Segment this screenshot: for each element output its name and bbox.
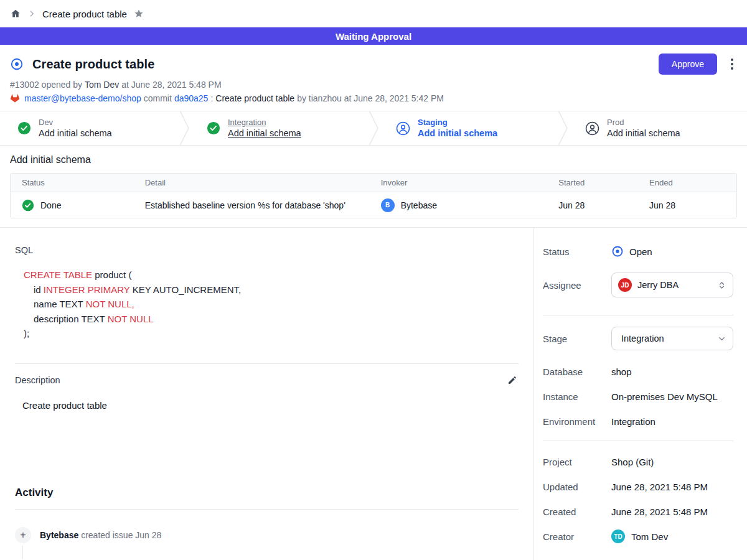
status-label: Status <box>543 246 611 257</box>
assignee-row: Assignee JD Jerry DBA <box>543 273 733 297</box>
stage-env-label: Prod <box>607 118 680 128</box>
description-text: Create product table <box>15 400 519 411</box>
stage-row: Stage Integration <box>543 327 733 350</box>
created-label: Created <box>543 506 611 517</box>
task-status: Done <box>40 200 61 210</box>
creator-label: Creator <box>543 531 611 542</box>
stage-task-label: Add initial schema <box>418 128 497 139</box>
main-content: SQL CREATE TABLE product ( id INTEGER PR… <box>0 228 747 560</box>
project-value: Shop (Git) <box>611 457 654 467</box>
commit-line: master@bytebase-demo/shop commit da90a25… <box>10 93 737 103</box>
col-status: Status <box>11 178 145 187</box>
task-table-header: Status Detail Invoker Started Ended <box>11 174 736 192</box>
issue-date: at June 28, 2021 5:48 PM <box>121 80 221 90</box>
check-circle-icon <box>17 121 31 135</box>
stage-task-label: Add initial schema <box>39 128 112 139</box>
stage-value: Integration <box>618 334 664 343</box>
stage-staging[interactable]: StagingAdd initial schema <box>378 111 558 145</box>
stage-dev[interactable]: DevAdd initial schema <box>0 111 179 145</box>
database-value: shop <box>611 366 632 377</box>
commit-title: Create product table <box>215 93 294 103</box>
stage-env-label: Dev <box>39 118 112 128</box>
col-detail: Detail <box>145 178 381 187</box>
environment-value: Integration <box>611 416 655 427</box>
breadcrumb-title: Create product table <box>42 9 127 19</box>
environment-label: Environment <box>543 416 611 427</box>
assignee-label: Assignee <box>543 280 611 291</box>
home-icon[interactable] <box>10 8 21 19</box>
status-value: Open <box>629 246 652 257</box>
instance-label: Instance <box>543 391 611 402</box>
stage-select[interactable]: Integration <box>611 327 733 350</box>
branch-link[interactable]: master@bytebase-demo/shop <box>24 93 141 103</box>
database-label: Database <box>543 366 611 377</box>
chevron-right-icon <box>27 9 36 18</box>
breadcrumb: Create product table <box>0 0 747 27</box>
divider <box>15 363 519 364</box>
chevron-up-down-icon <box>717 281 726 290</box>
stage-env-label: Integration <box>228 118 301 128</box>
stage-task-label: Add initial schema <box>228 128 301 139</box>
sql-line: CREATE TABLE product ( <box>24 268 519 282</box>
issue-detail-column: SQL CREATE TABLE product ( id INTEGER PR… <box>0 228 534 560</box>
instance-row: Instance On-premises Dev MySQL <box>543 391 733 402</box>
issue-meta: #13002 opened by Tom Dev at June 28, 202… <box>10 80 737 90</box>
avatar: JD <box>618 278 632 292</box>
description-label: Description <box>15 375 60 385</box>
sql-line: ); <box>24 326 519 341</box>
instance-value: On-premises Dev MySQL <box>611 391 718 402</box>
gitlab-icon <box>10 93 20 103</box>
divider <box>15 509 519 510</box>
pending-user-icon <box>396 121 410 136</box>
bytebase-issue-page: Create product table Waiting Approval Cr… <box>0 0 747 560</box>
issue-sidebar: Status Open Assignee JD Jerry DBA <box>534 228 747 560</box>
updated-label: Updated <box>543 482 611 492</box>
stage-label: Stage <box>543 334 611 344</box>
edit-pencil-icon[interactable] <box>506 374 519 386</box>
divider <box>543 441 733 441</box>
issue-author: Tom Dev <box>85 80 119 90</box>
commit-sha-link[interactable]: da90a25 <box>174 93 209 103</box>
assignee-select[interactable]: JD Jerry DBA <box>611 273 733 297</box>
task-ended: Jun 28 <box>649 200 736 210</box>
updated-row: Updated June 28, 2021 5:48 PM <box>543 482 733 492</box>
updated-value: June 28, 2021 5:48 PM <box>611 482 708 492</box>
star-icon[interactable] <box>133 8 144 19</box>
issue-header: Create product table Approve #13002 open… <box>0 45 747 111</box>
stage-env-label: Staging <box>418 118 497 128</box>
status-row: Status Open <box>543 245 733 258</box>
environment-row: Environment Integration <box>543 416 733 427</box>
commit-tail: by tianzhou at June 28, 2021 5:42 PM <box>297 93 444 103</box>
status-banner: Waiting Approval <box>0 27 747 45</box>
sql-code-block: CREATE TABLE product ( id INTEGER PRIMAR… <box>15 268 519 341</box>
sql-line: id INTEGER PRIMARY KEY AUTO_INCREMENT, <box>24 282 519 297</box>
assignee-value: Jerry DBA <box>637 280 679 290</box>
stage-pipeline: DevAdd initial schema IntegrationAdd ini… <box>0 111 747 146</box>
sql-label: SQL <box>15 245 519 255</box>
stage-task-label: Add initial schema <box>607 128 680 139</box>
plus-icon: + <box>15 527 31 543</box>
created-row: Created June 28, 2021 5:48 PM <box>543 506 733 517</box>
task-invoker: Bytebase <box>401 200 437 210</box>
project-label: Project <box>543 457 611 467</box>
activity-action: created issue Jun 28 <box>81 530 161 540</box>
table-row: Done Established baseline version %s for… <box>11 192 736 218</box>
issue-open-icon <box>10 57 24 71</box>
issue-open-icon <box>611 245 624 258</box>
stage-separator-icon <box>558 111 568 145</box>
kebab-menu-icon[interactable] <box>727 56 737 72</box>
approve-button[interactable]: Approve <box>659 54 717 75</box>
col-started: Started <box>558 178 649 187</box>
created-value: June 28, 2021 5:48 PM <box>611 506 708 517</box>
stage-separator-icon <box>179 111 189 145</box>
task-detail: Established baseline version %s for data… <box>145 200 381 210</box>
task-section-title: Add initial schema <box>10 154 737 166</box>
stage-integration[interactable]: IntegrationAdd initial schema <box>189 111 369 145</box>
database-row: Database shop <box>543 366 733 377</box>
stage-prod[interactable]: ProdAdd initial schema <box>568 111 747 145</box>
creator-value: Tom Dev <box>631 531 668 542</box>
timeline-connector <box>22 546 23 559</box>
activity-title: Activity <box>15 487 519 499</box>
sql-line: description TEXT NOT NULL <box>24 312 519 327</box>
col-invoker: Invoker <box>381 178 559 187</box>
